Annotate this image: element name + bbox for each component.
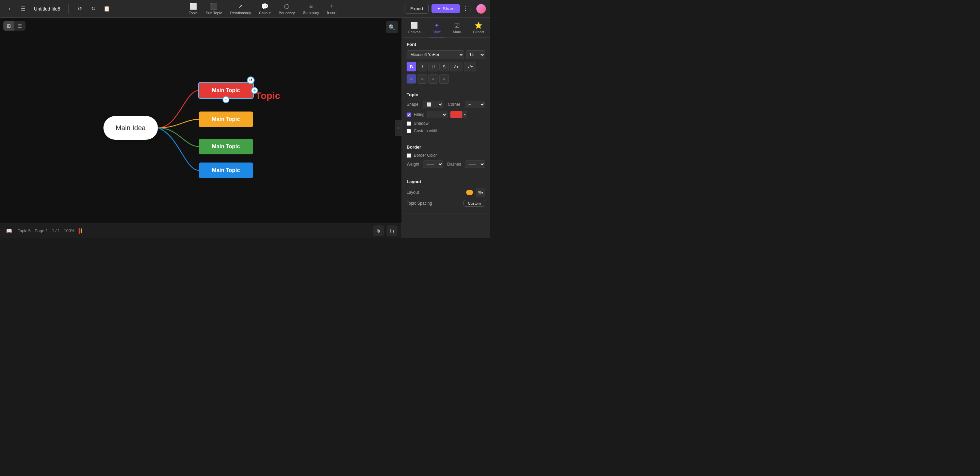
main-area: ⊞ ☰ 🔍 › Select Topic xyxy=(0,18,490,238)
export-button[interactable]: Export xyxy=(404,4,429,14)
italic-button[interactable]: I xyxy=(417,62,427,71)
brand-mark xyxy=(79,228,82,234)
topic-2-text: Main Topic xyxy=(212,116,240,122)
back-button[interactable]: ‹ xyxy=(4,3,15,14)
boundary-icon: ⬡ xyxy=(284,3,290,10)
callout-icon: 💬 xyxy=(261,3,269,10)
toolbar-relationship[interactable]: ↗ Relationship xyxy=(231,3,251,15)
shape-label: Shape xyxy=(407,102,418,107)
filling-type-select[interactable]: — xyxy=(427,111,447,118)
topic-1-text: Main Topic xyxy=(212,87,240,94)
strikethrough-button[interactable]: S xyxy=(439,62,449,71)
canvas-area[interactable]: ⊞ ☰ 🔍 › Select Topic xyxy=(0,18,401,238)
rotate-handle[interactable]: ↺ xyxy=(247,76,255,84)
clipart-tab-label: Clipart xyxy=(473,30,484,34)
tab-canvas[interactable]: ⬜ Canvas xyxy=(404,21,424,37)
redo-button[interactable]: ↻ xyxy=(88,3,99,14)
avatar xyxy=(476,4,486,14)
page-info: 1 / 1 xyxy=(52,228,60,233)
layout-section: Layout Layout ⊞▾ Topic Spacing Custom xyxy=(402,175,490,214)
toolbar-subtopic[interactable]: ⬛ Sub Topic xyxy=(205,3,222,15)
shape-select[interactable]: ⬜ xyxy=(423,101,443,108)
search-icon: 🔍 xyxy=(388,24,395,30)
tab-style[interactable]: ✦ Style xyxy=(429,21,444,37)
font-section: Font Microsoft YaHei 14 B I U S A▾ 🖌▾ ≡ … xyxy=(402,38,490,88)
layout-control: ⊞▾ xyxy=(466,188,485,197)
align-left-button[interactable]: ≡ xyxy=(407,74,416,84)
font-size-select[interactable]: 14 xyxy=(466,50,485,59)
collapse-panel-button[interactable]: › xyxy=(395,120,401,136)
shadow-checkbox[interactable] xyxy=(407,121,411,126)
text-color-button[interactable]: A▾ xyxy=(450,62,463,71)
undo-button[interactable]: ↺ xyxy=(74,3,85,14)
highlight-button[interactable]: 🖌▾ xyxy=(464,62,476,71)
mark-tab-label: Mark xyxy=(453,30,461,34)
filling-checkbox[interactable] xyxy=(407,113,411,117)
font-family-select[interactable]: Microsoft YaHei xyxy=(407,50,464,59)
bottom-plus-button[interactable]: + xyxy=(223,96,229,103)
view-toggle: ⊞ ☰ xyxy=(3,21,25,30)
font-section-title: Font xyxy=(407,42,485,47)
card-view-btn[interactable]: ⊞ xyxy=(3,21,14,30)
layout-row: Layout ⊞▾ xyxy=(407,188,485,197)
topic-spacing-label: Topic Spacing xyxy=(407,201,432,206)
corner-select[interactable]: ⌐ xyxy=(465,101,485,108)
weight-label: Weight xyxy=(407,162,419,167)
topic-node-1[interactable]: Main Topic ↺ + + xyxy=(199,83,253,98)
fill-color-dropdown[interactable]: ▾ xyxy=(463,111,467,118)
topic-icon: ⬜ xyxy=(189,3,197,10)
mouse-mode-button[interactable]: 🖱 xyxy=(373,225,384,236)
mark-tab-icon: ☑ xyxy=(454,22,460,29)
pages-button[interactable]: 📖 xyxy=(4,226,14,236)
list-view-btn[interactable]: ☰ xyxy=(14,21,25,30)
tab-clipart[interactable]: ⭐ Clipart xyxy=(470,21,488,37)
topic-node-3[interactable]: Main Topic xyxy=(199,139,253,154)
right-plus-button[interactable]: + xyxy=(251,87,258,94)
paste-button[interactable]: 📋 xyxy=(102,3,112,14)
brand-stripe-2 xyxy=(81,228,82,233)
align-center-button[interactable]: ≡ xyxy=(417,74,427,84)
topic-spacing-custom-button[interactable]: Custom xyxy=(463,200,485,207)
border-color-row: Border Color xyxy=(407,153,485,158)
custom-width-label: Custom width xyxy=(414,129,439,133)
shape-row: Shape ⬜ Corner ⌐ xyxy=(407,101,485,108)
toolbar-summary[interactable]: ≡ Summary xyxy=(303,3,319,14)
underline-button[interactable]: U xyxy=(428,62,438,71)
tab-mark[interactable]: ☑ Mark xyxy=(450,21,465,37)
align-row: ≡ ≡ ≡ ≡ xyxy=(407,74,485,84)
share-label: Share xyxy=(443,6,455,11)
canvas-tab-icon: ⬜ xyxy=(410,22,418,29)
custom-width-checkbox[interactable] xyxy=(407,129,411,133)
toolbar-boundary[interactable]: ⬡ Boundary xyxy=(279,3,295,15)
bold-button[interactable]: B xyxy=(407,62,416,71)
divider2 xyxy=(118,4,118,14)
toolbar-topic[interactable]: ⬜ Topic xyxy=(189,3,198,15)
dashes-label: Dashes xyxy=(447,162,461,167)
fill-color-swatch[interactable] xyxy=(450,111,463,118)
canvas-search-button[interactable]: 🔍 xyxy=(386,21,398,33)
canvas-tab-label: Canvas xyxy=(408,30,421,34)
align-justify-button[interactable]: ≡ xyxy=(439,74,449,84)
border-color-checkbox[interactable] xyxy=(407,153,411,158)
menu-button[interactable]: ☰ xyxy=(18,3,29,14)
main-idea-node[interactable]: Main Idea xyxy=(103,116,158,140)
shape-control: ⬜ xyxy=(423,101,443,108)
dashes-select[interactable]: —— xyxy=(465,160,485,168)
topic-node-4[interactable]: Main Topic xyxy=(199,162,253,178)
toolbar-insert-label: Insert xyxy=(327,11,337,14)
weight-select[interactable]: —— xyxy=(423,160,443,168)
fn-button[interactable]: fn xyxy=(387,225,398,236)
bottom-bar: 📖 Topic 5 Page-1 1 / 1 100% 🖱 fn xyxy=(0,223,401,238)
clipart-tab-icon: ⭐ xyxy=(475,22,482,29)
layout-select-button[interactable]: ⊞▾ xyxy=(476,188,485,197)
share-button[interactable]: ✦ Share xyxy=(431,4,460,13)
toolbar-right: Export ✦ Share ⋮⋮ xyxy=(404,3,486,14)
align-right-button[interactable]: ≡ xyxy=(428,74,438,84)
apps-button[interactable]: ⋮⋮ xyxy=(463,3,474,14)
toolbar-callout[interactable]: 💬 Callout xyxy=(259,3,270,15)
topic-node-2[interactable]: Main Topic xyxy=(199,111,253,127)
brand-stripe-1 xyxy=(79,228,80,234)
toolbar-insert[interactable]: + Insert xyxy=(327,3,337,14)
share-icon: ✦ xyxy=(437,6,441,11)
layout-color-indicator xyxy=(466,190,473,195)
